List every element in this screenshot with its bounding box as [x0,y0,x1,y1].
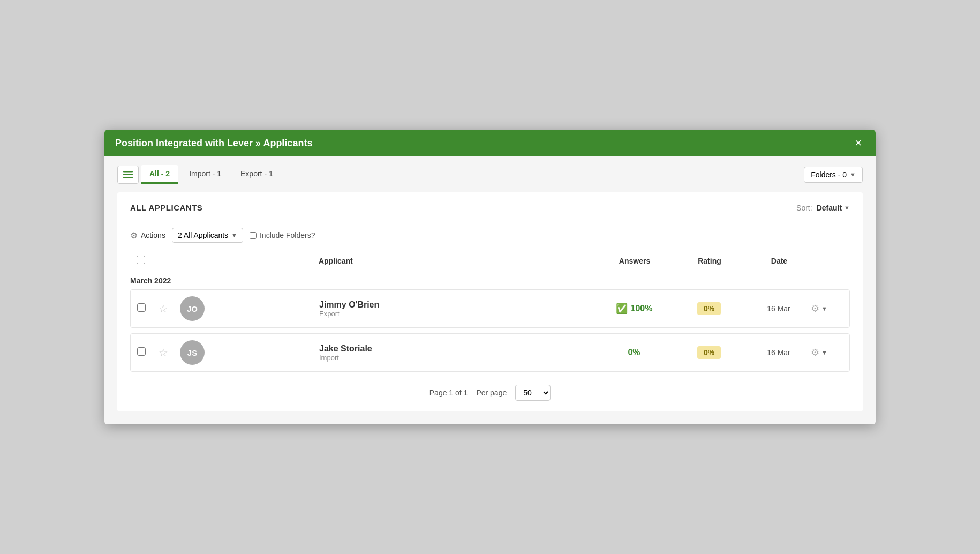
applicants-select[interactable]: 2 All Applicants ▼ [172,228,243,243]
svg-rect-1 [123,174,133,175]
actions-gear-icon: ⚙ [130,230,138,241]
table-row: ☆ JO Jimmy O'Brien Export ✅ 100% 0% [130,289,850,328]
list-view-button[interactable] [117,166,139,184]
row-checkbox-jimmy[interactable] [137,303,146,312]
section-header: ALL APPLICANTS Sort: Default ▼ [130,203,850,219]
row-gear-button-jimmy[interactable]: ⚙ [811,303,819,315]
applicants-select-caret: ▼ [231,232,237,238]
sort-label: Sort: [796,204,812,212]
answers-value-jimmy: 100% [631,304,653,313]
section-title: ALL APPLICANTS [130,203,202,212]
answers-cell-jimmy: ✅ 100% [597,303,672,315]
sort-area: Sort: Default ▼ [796,204,850,212]
sort-value-text: Default [817,204,842,212]
name-cell-jake: Jake Storiale Import [319,344,597,362]
star-cell-jake[interactable]: ☆ [159,346,180,359]
star-icon-jake[interactable]: ☆ [159,347,168,358]
applicant-name-jimmy: Jimmy O'Brien [319,300,597,310]
star-icon-jimmy[interactable]: ☆ [159,303,168,315]
modal-container: Position Integrated with Lever » Applica… [104,130,876,424]
tab-all[interactable]: All - 2 [141,165,178,184]
avatar-cell-jake: JS [180,340,319,365]
page-info: Page 1 of 1 [429,388,468,397]
row-checkbox-cell-jimmy[interactable] [137,303,159,314]
applicants-select-label: 2 All Applicants [178,231,228,239]
answers-header: Answers [597,257,672,265]
sort-caret: ▼ [844,205,850,211]
row-actions-jimmy[interactable]: ⚙ ▼ [811,303,843,315]
row-caret-jake: ▼ [821,349,827,356]
applicant-type-jimmy: Export [319,310,597,318]
svg-rect-0 [123,171,133,173]
actions-label: Actions [141,231,165,239]
row-gear-icon-jimmy: ⚙ [811,303,819,315]
applicant-type-jake: Import [319,354,597,362]
tab-export[interactable]: Export - 1 [232,165,282,184]
applicant-name-jake: Jake Storiale [319,344,597,354]
star-cell-jimmy[interactable]: ☆ [159,302,180,315]
date-cell-jake: 16 Mar [747,348,811,357]
rating-header: Rating [672,257,747,265]
row-gear-button-jake[interactable]: ⚙ [811,347,819,358]
modal-body: All - 2 Import - 1 Export - 1 Folders - … [104,156,876,424]
rating-badge-jake: 0% [697,346,721,359]
tabs-row: All - 2 Import - 1 Export - 1 Folders - … [117,165,863,184]
avatar-jake: JS [180,340,205,365]
row-gear-icon-jake: ⚙ [811,347,819,358]
avatar-initials-jimmy: JO [187,304,198,313]
modal-title: Position Integrated with Lever » Applica… [115,138,312,149]
avatar-jimmy: JO [180,296,205,321]
sort-dropdown[interactable]: Default ▼ [817,204,850,212]
list-icon [123,170,133,179]
select-all-checkbox[interactable] [137,256,145,264]
rating-cell-jimmy: 0% [672,302,747,315]
select-all-cell[interactable] [137,256,158,266]
tab-import[interactable]: Import - 1 [180,165,230,184]
group-label: March 2022 [130,276,850,285]
check-icon-jimmy: ✅ [616,303,628,315]
folders-dropdown[interactable]: Folders - 0 ▼ [804,167,863,183]
close-button[interactable]: × [851,136,865,150]
per-page-select[interactable]: 10 25 50 100 [515,385,551,401]
row-actions-jake[interactable]: ⚙ ▼ [811,347,843,358]
modal-header: Position Integrated with Lever » Applica… [104,130,876,156]
folders-label: Folders - 0 [811,170,847,179]
table-row: ☆ JS Jake Storiale Import 0% 0% 16 Ma [130,333,850,372]
row-checkbox-jake[interactable] [137,347,146,356]
avatar-cell-jimmy: JO [180,296,319,321]
avatar-initials-jake: JS [187,348,197,357]
toolbar: ⚙ Actions 2 All Applicants ▼ Include Fol… [130,228,850,243]
content-area: ALL APPLICANTS Sort: Default ▼ ⚙ Actions… [117,192,863,411]
folders-caret: ▼ [850,171,856,178]
per-page-label: Per page [476,388,507,397]
row-checkbox-cell-jake[interactable] [137,347,159,358]
rating-badge-jimmy: 0% [697,302,721,315]
rating-cell-jake: 0% [672,346,747,359]
date-cell-jimmy: 16 Mar [747,304,811,313]
answers-value-jake: 0% [628,348,640,357]
include-folders-checkbox[interactable] [250,232,257,239]
answers-cell-jake: 0% [597,348,672,357]
pagination: Page 1 of 1 Per page 10 25 50 100 [130,385,850,401]
table-header: Applicant Answers Rating Date [130,251,850,270]
include-folders-label[interactable]: Include Folders? [250,231,315,239]
svg-rect-2 [123,177,133,178]
name-cell-jimmy: Jimmy O'Brien Export [319,300,597,318]
actions-button[interactable]: ⚙ Actions [130,230,165,241]
date-header: Date [747,257,811,265]
include-folders-text: Include Folders? [260,231,315,239]
applicant-header: Applicant [319,257,597,265]
tabs-left: All - 2 Import - 1 Export - 1 [117,165,282,184]
row-caret-jimmy: ▼ [821,305,827,312]
